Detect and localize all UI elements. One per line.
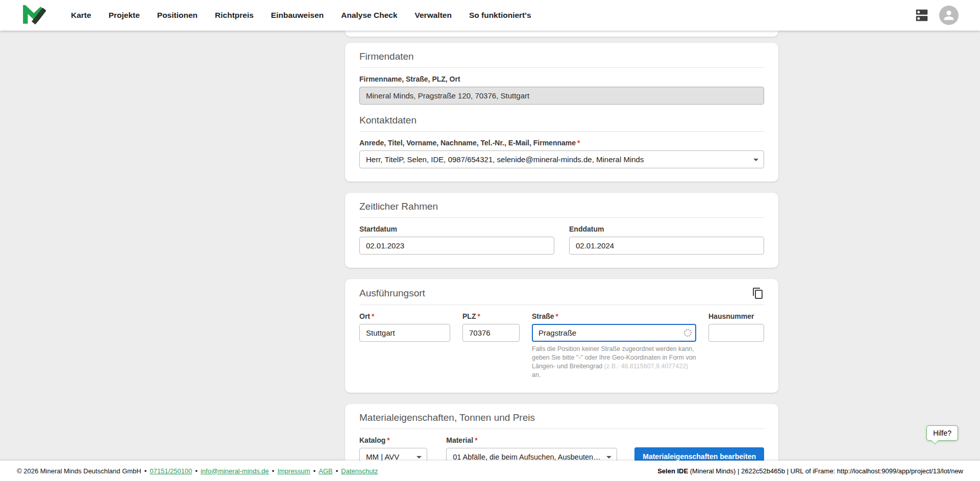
zeitlicher-rahmen-card: Zeitlicher Rahmen Startdatum Enddatum (345, 193, 778, 268)
strasse-label: Straße* (532, 312, 696, 320)
firmendaten-title: Firmendaten (359, 51, 764, 62)
zeitraum-title: Zeitlicher Rahmen (359, 201, 764, 212)
enddatum-field: Enddatum (569, 225, 764, 255)
ausfuehrungsort-title: Ausführungsort (359, 288, 425, 299)
footer-iframe-url: (Mineral Minds) | 2622c52b465b | URL of … (688, 467, 963, 475)
ausfuehrungsort-row: Ort* PLZ* Straße* Falls die Po (359, 312, 764, 379)
footer-separator: • (336, 467, 338, 475)
startdatum-label: Startdatum (359, 225, 554, 233)
katalog-label: Katalog* (359, 436, 427, 444)
helper-text-example: (z.B.: 48.8115607,9.4077422) (604, 363, 688, 370)
material-title: Materialeigenschaften, Tonnen und Preis (359, 412, 764, 423)
required-asterisk: * (577, 139, 580, 147)
kontakt-label: Anrede, Titel, Vorname, Nachname, Tel.-N… (359, 139, 764, 147)
plz-input[interactable] (462, 324, 520, 342)
zeitraum-row: Startdatum Enddatum (359, 225, 764, 255)
kontakt-select[interactable]: Herr, TitelP, Selen, IDE, 0987/654321, s… (359, 150, 764, 168)
footer-separator: • (195, 467, 198, 475)
nav-projekte[interactable]: Projekte (100, 0, 149, 31)
footer-link-email[interactable]: info@mineral-minds.de (201, 467, 269, 475)
enddatum-label: Enddatum (569, 225, 764, 233)
strasse-label-text: Straße (532, 312, 554, 320)
required-asterisk: * (372, 312, 374, 320)
hausnummer-field: Hausnummer (708, 312, 764, 342)
plz-label: PLZ* (462, 312, 520, 320)
mineral-minds-logo[interactable] (22, 5, 46, 26)
footer-ide-name: Selen IDE (657, 467, 688, 475)
startdatum-input[interactable] (359, 237, 554, 255)
server-icon[interactable] (914, 7, 930, 23)
ort-label-text: Ort (359, 312, 370, 320)
ort-label: Ort* (359, 312, 450, 320)
nav-richtpreis[interactable]: Richtpreis (206, 0, 262, 31)
nav-so-funktionierts[interactable]: So funktioniert's (460, 0, 540, 31)
copy-icon[interactable] (752, 287, 764, 299)
firmendaten-card: Firmendaten Firmenname, Straße, PLZ, Ort… (345, 43, 778, 182)
hausnummer-label: Hausnummer (708, 312, 764, 320)
footer: © 2026 Mineral Minds Deutschland GmbH • … (0, 461, 980, 481)
nav-verwalten[interactable]: Verwalten (406, 0, 460, 31)
required-asterisk: * (556, 312, 558, 320)
hausnummer-input[interactable] (708, 324, 764, 342)
footer-separator: • (272, 467, 275, 475)
nav-karte[interactable]: Karte (62, 0, 100, 31)
ausfuehrungsort-header: Ausführungsort (359, 287, 764, 299)
divider (359, 217, 764, 218)
katalog-label-text: Katalog (359, 436, 385, 444)
loading-spinner-icon (684, 329, 692, 337)
footer-link-impressum[interactable]: Impressum (277, 467, 310, 475)
footer-link-agb[interactable]: AGB (318, 467, 332, 475)
divider (359, 428, 764, 429)
ort-field: Ort* (359, 312, 450, 342)
katalog-select-value: MM | AVV (366, 452, 399, 461)
footer-left: © 2026 Mineral Minds Deutschland GmbH • … (17, 467, 378, 475)
page-content: Firmendaten Firmenname, Straße, PLZ, Ort… (0, 31, 980, 481)
footer-link-phone[interactable]: 07151/250100 (150, 467, 192, 475)
firmenname-label-text: Firmenname, Straße, PLZ, Ort (359, 75, 460, 83)
required-asterisk: * (475, 436, 477, 444)
footer-separator: • (313, 467, 316, 475)
material-label-text: Material (446, 436, 473, 444)
footer-debug-info: Selen IDE (Mineral Minds) | 2622c52b465b… (657, 467, 963, 475)
startdatum-field: Startdatum (359, 225, 554, 255)
mineral-minds-logo-icon (22, 5, 46, 26)
divider (359, 131, 764, 132)
help-button-label: Hilfe? (933, 429, 951, 437)
chevron-down-icon (750, 154, 762, 166)
divider (359, 305, 764, 305)
plz-label-text: PLZ (462, 312, 476, 320)
navbar-right (914, 6, 959, 25)
required-asterisk: * (387, 436, 389, 444)
firmenname-input (359, 87, 764, 105)
footer-separator: • (144, 467, 147, 475)
firmenname-label: Firmenname, Straße, PLZ, Ort (359, 75, 764, 83)
partial-card-top (345, 31, 778, 37)
strasse-input-wrap (532, 324, 696, 342)
top-navbar: Karte Projekte Positionen Richtpreis Ein… (0, 0, 980, 31)
ausfuehrungsort-card: Ausführungsort Ort* PLZ* Straße* (345, 279, 778, 393)
strasse-input[interactable] (532, 324, 696, 342)
user-avatar[interactable] (939, 6, 959, 25)
kontaktdaten-title: Kontaktdaten (359, 115, 764, 126)
help-button[interactable]: Hilfe? (926, 425, 958, 441)
strasse-helper-text: Falls die Position keiner Straße zugeord… (532, 345, 696, 379)
copyright-text: © 2026 Mineral Minds Deutschland GmbH (17, 467, 141, 475)
main-nav: Karte Projekte Positionen Richtpreis Ein… (62, 0, 540, 31)
required-asterisk: * (477, 312, 480, 320)
material-select-value: 01 Abfälle, die beim Aufsuchen, Ausbeute… (453, 453, 602, 461)
kontakt-select-value: Herr, TitelP, Selen, IDE, 0987/654321, s… (366, 155, 644, 164)
enddatum-input[interactable] (569, 237, 764, 255)
nav-analyse-check[interactable]: Analyse Check (332, 0, 406, 31)
divider (359, 67, 764, 68)
helper-text-end: an. (532, 371, 541, 378)
plz-field: PLZ* (462, 312, 520, 342)
nav-einbauweisen[interactable]: Einbauweisen (262, 0, 332, 31)
person-icon (942, 8, 956, 22)
nav-positionen[interactable]: Positionen (149, 0, 206, 31)
strasse-field: Straße* Falls die Position keiner Straße… (532, 312, 696, 379)
footer-link-datenschutz[interactable]: Datenschutz (341, 467, 378, 475)
ort-input[interactable] (359, 324, 450, 342)
kontakt-label-text: Anrede, Titel, Vorname, Nachname, Tel.-N… (359, 139, 576, 147)
material-label: Material* (446, 436, 617, 444)
